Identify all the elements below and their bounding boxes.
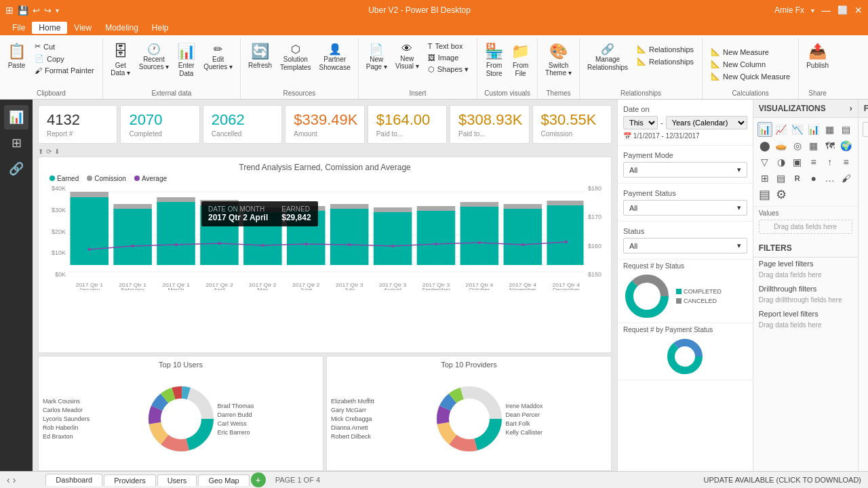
values-drop-area[interactable]: Drag data fields here (759, 220, 852, 234)
tab-dashboard[interactable]: Dashboard (45, 474, 102, 486)
viz-icon-bar[interactable]: 📊 (757, 122, 772, 137)
tab-geo-map[interactable]: Geo Map (198, 474, 249, 486)
tab-add-button[interactable]: + (251, 472, 266, 487)
format-painter-button[interactable]: 🖌Format Painter (31, 65, 98, 76)
partner-showcase-button[interactable]: 👤 Partner Showcase (316, 41, 354, 74)
payment-mode-dropdown[interactable]: All ▾ (623, 162, 747, 178)
viz-icon-table[interactable]: ⊞ (757, 171, 772, 186)
paste-button[interactable]: 📋 Paste (4, 41, 29, 72)
filter-drag-0[interactable]: Drag data fields here (753, 270, 858, 283)
title-icon-save[interactable]: 💾 (18, 5, 28, 16)
sidebar-icon-chart[interactable]: 📊 (4, 105, 28, 129)
viz-icon-pie[interactable]: 🥧 (774, 138, 789, 153)
viz-icon-funnel[interactable]: ▽ (757, 155, 772, 169)
payment-status-donut-svg[interactable] (665, 336, 705, 377)
copy-button[interactable]: 📄Copy (31, 53, 98, 64)
sidebar-icon-table[interactable]: ⊞ (4, 131, 28, 155)
field-item-provider[interactable]: ▶ Provider (859, 154, 868, 167)
viz-icon-waterfall[interactable]: ▤ (839, 122, 854, 137)
viz-icon-kpi[interactable]: ↑ (823, 155, 837, 169)
date-this-select[interactable]: This (623, 116, 658, 129)
users-donut-svg[interactable] (147, 385, 215, 453)
menu-view[interactable]: View (67, 22, 98, 34)
bar-jan-earned[interactable] (70, 197, 108, 265)
user-chevron[interactable]: ▾ (811, 7, 814, 14)
new-measure-button[interactable]: 📐New Measure (707, 46, 794, 58)
edit-queries-button[interactable]: ✏ Edit Queries ▾ (200, 41, 236, 73)
menu-file[interactable]: File (5, 22, 32, 34)
text-box-button[interactable]: TText box (424, 41, 473, 52)
kpi-card-1[interactable]: 2070 Completed (120, 105, 199, 144)
viz-icon-combo[interactable]: 📊 (806, 122, 821, 137)
publish-button[interactable]: 📤 Publish (803, 41, 832, 72)
viz-icon-multi-row[interactable]: ≡ (806, 155, 821, 169)
viz-icon-line[interactable]: 📈 (774, 122, 789, 137)
new-column-button[interactable]: 📐New Column (707, 58, 794, 70)
new-page-button[interactable]: 📄 New Page ▾ (363, 41, 391, 73)
kpi-card-3[interactable]: $339.49K Amount (285, 105, 364, 144)
kpi-card-2[interactable]: 2062 Cancelled (203, 105, 282, 144)
close-button[interactable]: ✕ (854, 5, 863, 16)
new-visual-button[interactable]: 👁 New Visual ▾ (392, 41, 422, 72)
restore-button[interactable]: ⬜ (837, 5, 848, 15)
payment-status-dropdown[interactable]: All ▾ (623, 200, 747, 216)
scroll-down[interactable]: ⬇ (54, 148, 60, 155)
switch-theme-button[interactable]: 🎨 Switch Theme ▾ (542, 41, 575, 79)
get-data-button[interactable]: 🗄 Get Data ▾ (107, 41, 134, 79)
trend-chart-svg[interactable]: 2017 Qtr 1 January 2017 Qtr 1 February 2… (68, 185, 585, 290)
field-item-provider-ride[interactable]: ▶ Provider Ride (859, 167, 868, 180)
menu-help[interactable]: Help (145, 22, 176, 34)
viz-icon-donut[interactable]: ◎ (790, 138, 805, 153)
nav-next[interactable]: › (13, 474, 16, 485)
status-dropdown[interactable]: All ▾ (623, 238, 747, 253)
from-file-button[interactable]: 📁 From File (508, 41, 533, 80)
title-icon-redo[interactable]: ↪ (44, 5, 52, 16)
kpi-card-5[interactable]: $308.93K Paid to... (450, 105, 529, 144)
field-item-provider-statement[interactable]: ▶ Provider Statement (859, 180, 868, 192)
providers-donut-svg[interactable] (435, 385, 503, 453)
viz-icon-ribbon[interactable]: ▦ (823, 122, 837, 137)
shapes-button[interactable]: ⬡Shapes ▾ (424, 64, 473, 75)
relationships-btn-1[interactable]: 📐Relationships (633, 43, 698, 55)
viz-icon-area[interactable]: 📉 (790, 122, 805, 137)
manage-relationships-button[interactable]: 🔗 Manage Relationships (584, 41, 631, 74)
title-icon-undo[interactable]: ↩ (33, 5, 40, 16)
date-years-select[interactable]: Years (Calendar) (666, 116, 747, 129)
kpi-card-4[interactable]: $164.00 Paid to... (368, 105, 447, 144)
viz-icon-more[interactable]: … (823, 171, 837, 186)
viz-icon-aq[interactable]: ● (806, 171, 821, 186)
filter-drag-2[interactable]: Drag data fields here (753, 320, 858, 333)
sidebar-icon-model[interactable]: 🔗 (4, 157, 28, 181)
viz-icon-map[interactable]: 🗺 (823, 138, 837, 153)
field-item-payment-history[interactable]: ▶ Payment History (859, 141, 868, 154)
refresh-button[interactable]: 🔄 Refresh (245, 41, 275, 72)
viz-icon-slicer[interactable]: ≡ (839, 155, 854, 169)
field-item-request-history[interactable]: ▶ Request History (859, 192, 868, 205)
image-button[interactable]: 🖼Image (424, 52, 473, 63)
enter-data-button[interactable]: 📊 Enter Data (174, 41, 199, 80)
solution-templates-button[interactable]: ⬡ Solution Templates (277, 41, 315, 74)
viz-icon-field[interactable]: ⚙ (774, 187, 789, 202)
viz-icon-card[interactable]: ▣ (790, 155, 805, 169)
field-item-user[interactable]: ▶ User (859, 218, 868, 231)
viz-icon-matrix[interactable]: ▤ (774, 171, 789, 186)
tab-users[interactable]: Users (157, 474, 197, 486)
scroll-right[interactable]: ⟳ (46, 148, 52, 155)
minimize-button[interactable]: — (821, 5, 831, 16)
from-store-button[interactable]: 🏪 From Store (481, 41, 507, 80)
update-message[interactable]: UPDATE AVAILABLE (CLICK TO DOWNLOAD) (704, 476, 861, 484)
cut-button[interactable]: ✂Cut (31, 41, 98, 52)
viz-icon-scatter[interactable]: ⬤ (757, 138, 772, 153)
kpi-card-0[interactable]: 4132 Report # (38, 105, 117, 144)
title-icon-dropdown[interactable]: ▾ (56, 7, 59, 14)
recent-sources-button[interactable]: 🕐 Recent Sources ▾ (136, 41, 172, 73)
fields-search[interactable]: 🔍 (863, 122, 868, 137)
viz-expand-icon[interactable]: › (850, 104, 852, 113)
viz-icon-format[interactable]: 🖌 (839, 171, 854, 186)
relationships-btn-2[interactable]: 📐Relationships (633, 56, 698, 67)
viz-icon-treemap[interactable]: ▦ (806, 138, 821, 153)
viz-icon-analytics[interactable]: ▤ (757, 187, 772, 202)
new-quick-measure-button[interactable]: 📐New Quick Measure (707, 70, 794, 82)
menu-modeling[interactable]: Modeling (98, 22, 145, 34)
viz-icon-gauge[interactable]: ◑ (774, 155, 789, 169)
